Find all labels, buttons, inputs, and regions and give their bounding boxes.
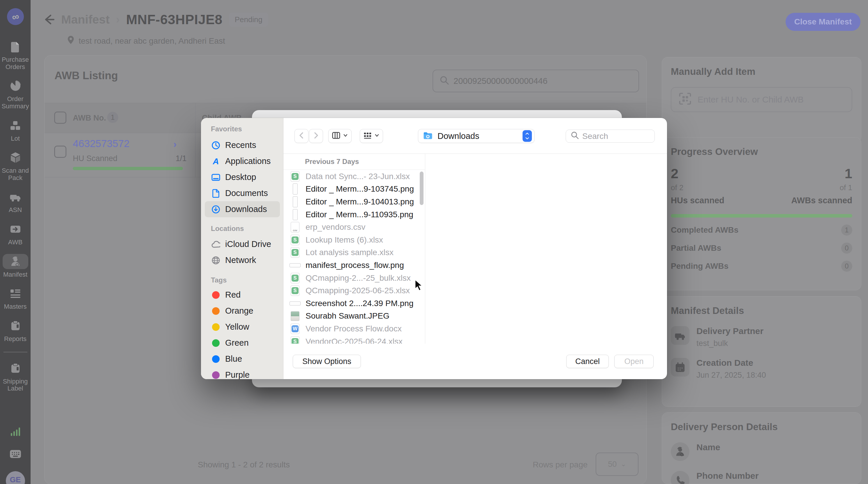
dialog-sidebar-item-red[interactable]: Red bbox=[205, 287, 280, 303]
qr-scan-icon bbox=[678, 92, 692, 107]
stats-icon[interactable] bbox=[10, 426, 21, 438]
dialog-sidebar-item-purple[interactable]: Purple bbox=[205, 367, 280, 379]
file-name: Screenshot 2....24.39 PM.png bbox=[306, 299, 413, 308]
file-name: QCmapping-2025-06-25.xlsx bbox=[306, 286, 410, 295]
select-all-checkbox[interactable] bbox=[54, 111, 66, 124]
downloads-folder-icon bbox=[423, 130, 433, 142]
file-type-icon: S bbox=[288, 235, 302, 245]
hus-scanned-count: 2 bbox=[671, 165, 724, 182]
detail-value: test_bulk bbox=[696, 339, 764, 348]
rows-per-page-select[interactable]: 50 ⌄ bbox=[596, 453, 639, 476]
back-button[interactable] bbox=[294, 129, 308, 143]
sidebar-item-masters[interactable]: Masters bbox=[0, 286, 31, 311]
file-type-icon: W bbox=[288, 324, 302, 334]
app-nav: Purchase Orders Order Summary Lot Scan a… bbox=[0, 39, 31, 392]
sidebar-item-scan-and-pack[interactable]: Scan and Pack bbox=[0, 150, 31, 182]
file-type-icon: S bbox=[288, 285, 302, 296]
file-search-input[interactable]: Search bbox=[566, 130, 655, 143]
file-row[interactable]: Editor _ Merm...9-103745.png bbox=[283, 183, 425, 196]
tag-icon bbox=[211, 307, 221, 315]
awb-number-link[interactable]: 4632573572 bbox=[73, 138, 130, 150]
file-row[interactable]: csv erp_vendors.csv bbox=[283, 221, 425, 233]
file-row[interactable]: S Lot analysis sample.xlsx bbox=[283, 246, 425, 259]
awb-listing-title: AWB Listing bbox=[55, 70, 118, 82]
column-awb-no[interactable]: AWB No. bbox=[73, 114, 106, 123]
awb-search-input[interactable]: 20009250000000000446 bbox=[433, 70, 639, 92]
location-select[interactable]: Downloads bbox=[418, 129, 534, 143]
dialog-sidebar-item-label: Orange bbox=[225, 306, 253, 316]
file-row[interactable]: S VendorQc-2025-06-24.xlsx bbox=[283, 335, 425, 344]
page-title: MNF-63HPIJE8 bbox=[126, 12, 222, 27]
row-checkbox[interactable] bbox=[54, 146, 66, 158]
sidebar-item-shipping-label[interactable]: Shipping Label bbox=[0, 361, 31, 392]
file-row[interactable]: Sourabh Sawant.JPEG bbox=[283, 310, 425, 323]
group-view-button[interactable] bbox=[360, 129, 383, 143]
file-section-header: Previous 7 Days bbox=[283, 154, 425, 170]
arrowbox-icon bbox=[3, 222, 28, 237]
dialog-sidebar-item-orange[interactable]: Orange bbox=[205, 303, 280, 319]
hus-scanned-of: of 2 bbox=[671, 183, 724, 192]
file-row[interactable]: S Lookup Items (6).xlsx bbox=[283, 233, 425, 246]
file-row[interactable]: W Vendor Process Flow.docx bbox=[283, 322, 425, 335]
column-view-button[interactable] bbox=[328, 129, 351, 143]
dialog-sidebar-item-blue[interactable]: Blue bbox=[205, 351, 280, 367]
row-expand-chevron-icon[interactable]: › bbox=[173, 138, 177, 150]
cancel-button[interactable]: Cancel bbox=[566, 355, 609, 368]
dialog-sidebar-item-icloud-drive[interactable]: iCloud Drive bbox=[205, 236, 280, 252]
dialog-sidebar-item-desktop[interactable]: Desktop bbox=[205, 169, 280, 185]
sidebar-item-asn[interactable]: ASN bbox=[0, 189, 31, 214]
stat-label: Completed AWBs bbox=[671, 225, 738, 235]
manifest-address: test road, near abc garden, Andheri East bbox=[66, 35, 225, 46]
file-row[interactable]: Editor _ Merm...9-104013.png bbox=[283, 195, 425, 208]
dialog-sidebar-item-label: Network bbox=[225, 255, 256, 265]
file-row[interactable]: S QCmapping-2...-25_bulk.xlsx bbox=[283, 272, 425, 285]
sidebar-item-label: Scan and Pack bbox=[1, 167, 30, 182]
open-button[interactable]: Open bbox=[614, 355, 654, 368]
file-row[interactable]: manifest_process_flow.png bbox=[283, 259, 425, 272]
sidebar-item-order-summary[interactable]: Order Summary bbox=[0, 78, 31, 110]
rows-per-page-label: Rows per page bbox=[533, 460, 588, 470]
dialog-sidebar-item-applications[interactable]: A Applications bbox=[205, 153, 280, 169]
file-name: Lookup Items (6).xlsx bbox=[306, 235, 383, 245]
location-pin-icon bbox=[66, 35, 75, 46]
file-row[interactable]: S Data not Sync...- 23-Jun.xlsx bbox=[283, 170, 425, 183]
hu-no-input[interactable]: Enter HU No. or Child AWB bbox=[671, 87, 852, 112]
sidebar-item-manifest[interactable]: Manifest bbox=[0, 254, 31, 279]
dialog-sidebar-item-label: Green bbox=[225, 338, 249, 348]
document-icon bbox=[211, 189, 221, 198]
avatar[interactable]: GE bbox=[6, 471, 25, 484]
file-row[interactable]: Editor _ Merm...9-110935.png bbox=[283, 208, 425, 221]
sidebar-item-lot[interactable]: Lot bbox=[0, 118, 31, 142]
brand-logo-icon[interactable]: ∞ bbox=[5, 7, 25, 27]
dialog-sidebar-item-green[interactable]: Green bbox=[205, 335, 280, 351]
breadcrumb[interactable]: Manifest bbox=[61, 13, 110, 27]
scrollbar[interactable] bbox=[420, 171, 424, 205]
show-options-button[interactable]: Show Options bbox=[293, 355, 361, 368]
dialog-sidebar-item-yellow[interactable]: Yellow bbox=[205, 319, 280, 335]
file-row[interactable]: Screenshot 2....24.39 PM.png bbox=[283, 297, 425, 310]
keyboard-icon[interactable] bbox=[9, 448, 22, 461]
back-arrow-icon[interactable] bbox=[44, 14, 55, 25]
file-row[interactable]: S QCmapping-2025-06-25.xlsx bbox=[283, 284, 425, 297]
file-list-column: Previous 7 Days S Data not Sync...- 23-J… bbox=[283, 154, 425, 344]
chevron-down-icon: ⌄ bbox=[621, 460, 626, 468]
dialog-sidebar-item-network[interactable]: Network bbox=[205, 252, 280, 268]
detail-label: Delivery Partner bbox=[696, 326, 764, 336]
macos-file-dialog: Favorites RecentsA Applications Desktop … bbox=[201, 118, 667, 379]
stat-row: Completed AWBs 1 bbox=[671, 225, 852, 235]
dialog-sidebar-item-downloads[interactable]: Downloads bbox=[205, 201, 280, 217]
sidebar-item-reports[interactable]: Reports bbox=[0, 318, 31, 343]
detail-value: Jun 27, 2025, 18:40 bbox=[696, 371, 766, 380]
locations-label: Locations bbox=[211, 225, 244, 233]
close-manifest-button[interactable]: Close Manifest bbox=[785, 13, 861, 31]
sidebar-item-label: Order Summary bbox=[1, 96, 30, 110]
sidebar-item-awb[interactable]: AWB bbox=[0, 222, 31, 246]
forward-button[interactable] bbox=[309, 129, 323, 143]
sidebar-item-purchase-orders[interactable]: Purchase Orders bbox=[0, 39, 31, 70]
tag-icon bbox=[211, 323, 221, 331]
sidebar-divider bbox=[3, 352, 27, 352]
dialog-sidebar-item-documents[interactable]: Documents bbox=[205, 185, 280, 201]
stat-label: Partial AWBs bbox=[671, 244, 721, 253]
file-name: Data not Sync...- 23-Jun.xlsx bbox=[306, 172, 410, 181]
dialog-sidebar-item-recents[interactable]: Recents bbox=[205, 137, 280, 153]
